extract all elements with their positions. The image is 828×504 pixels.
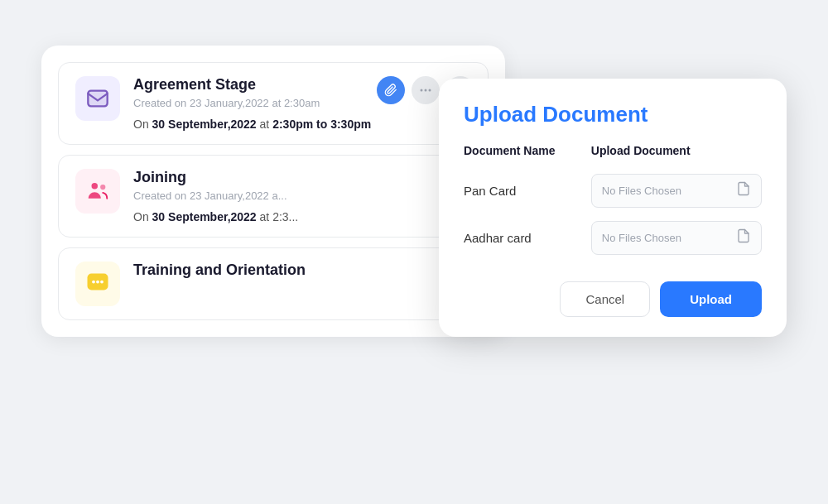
chat-icon (85, 271, 110, 296)
aadhar-card-label: Aadhar card (464, 214, 591, 262)
more-button-1[interactable] (412, 76, 440, 104)
people-icon (85, 179, 110, 204)
svg-point-9 (100, 184, 105, 189)
training-title: Training and Orientation (133, 262, 471, 279)
svg-rect-0 (88, 90, 107, 106)
training-content: Training and Orientation (133, 262, 471, 282)
upload-dialog: Upload Document Document Name Upload Doc… (439, 79, 787, 337)
pan-card-upload-cell: No Files Chosen (591, 167, 762, 214)
aadhar-card-file-input[interactable]: No Files Chosen (591, 221, 762, 255)
training-icon-bg (75, 262, 120, 306)
dialog-title: Upload Document (464, 102, 762, 127)
training-card: Training and Orientation (58, 247, 489, 320)
svg-point-12 (96, 280, 99, 283)
agreement-date: On 30 September,2022 at 2:30pm to 3:30pm (133, 118, 471, 131)
aadhar-card-file-icon (736, 228, 751, 247)
dots-icon-1 (420, 89, 431, 92)
svg-point-11 (92, 280, 95, 283)
attachment-button[interactable] (377, 76, 405, 104)
pan-card-label: Pan Card (464, 167, 591, 214)
joining-icon-bg (75, 169, 120, 214)
paperclip-icon (384, 84, 397, 97)
document-table: Document Name Upload Document Pan Card N… (464, 144, 762, 262)
cancel-button[interactable]: Cancel (560, 281, 650, 317)
aadhar-card-placeholder: No Files Chosen (602, 232, 729, 244)
agreement-icon-bg (75, 76, 120, 121)
dialog-actions: Cancel Upload (464, 281, 762, 317)
upload-button[interactable]: Upload (660, 281, 762, 317)
aadhar-card-row: Aadhar card No Files Chosen (464, 214, 762, 262)
pan-card-placeholder: No Files Chosen (602, 185, 729, 197)
joining-subtitle: Created on 23 January,2022 a... (133, 190, 471, 202)
card-list: Agreement Stage Created on 23 January,20… (41, 46, 505, 337)
col-name-header: Document Name (464, 144, 591, 167)
pan-card-row: Pan Card No Files Chosen (464, 167, 762, 214)
svg-point-3 (425, 89, 427, 91)
svg-point-8 (92, 183, 99, 190)
joining-card: Joining Created on 23 January,2022 a... … (58, 155, 489, 238)
pan-card-file-input[interactable]: No Files Chosen (591, 174, 762, 208)
svg-point-2 (421, 89, 423, 91)
agreement-card: Agreement Stage Created on 23 January,20… (58, 62, 489, 145)
joining-date: On 30 September,2022 at 2:3... (133, 210, 471, 223)
svg-point-13 (100, 280, 104, 283)
col-upload-header: Upload Document (591, 144, 762, 167)
joining-title: Joining (133, 169, 471, 186)
pan-card-file-icon (736, 181, 751, 200)
joining-content: Joining Created on 23 January,2022 a... … (133, 169, 471, 223)
aadhar-card-upload-cell: No Files Chosen (591, 214, 762, 262)
envelope-icon (86, 87, 109, 110)
svg-point-4 (429, 89, 431, 91)
